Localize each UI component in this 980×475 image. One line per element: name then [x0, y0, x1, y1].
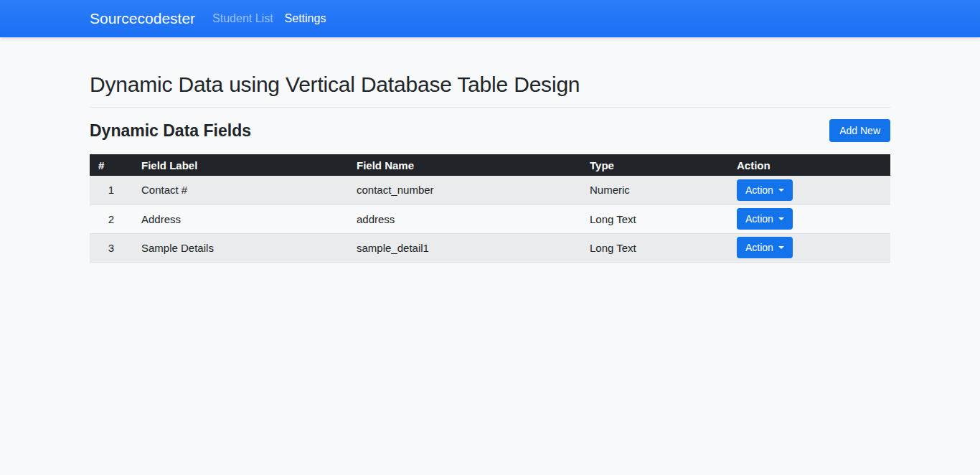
action-dropdown-button[interactable]: Action — [737, 179, 793, 201]
column-header-field-name: Field Name — [348, 154, 581, 176]
cell-field-name: sample_detail1 — [348, 233, 581, 262]
cell-type: Numeric — [581, 176, 728, 204]
cell-action: Action — [728, 176, 890, 204]
cell-field-label: Contact # — [133, 176, 348, 204]
table-row: 1 Contact # contact_number Numeric Actio… — [90, 176, 890, 204]
main-content: Dynamic Data using Vertical Database Tab… — [90, 37, 890, 263]
action-button-label: Action — [745, 242, 773, 253]
caret-down-icon — [778, 246, 784, 249]
cell-field-label: Address — [133, 204, 348, 233]
action-dropdown-button[interactable]: Action — [737, 208, 793, 230]
navbar-brand[interactable]: Sourcecodester — [90, 10, 195, 27]
section-heading: Dynamic Data Fields — [90, 121, 251, 141]
cell-type: Long Text — [581, 204, 728, 233]
column-header-field-label: Field Label — [133, 154, 348, 176]
nav-link-settings[interactable]: Settings — [279, 9, 332, 28]
cell-field-name: contact_number — [348, 176, 581, 204]
cell-action: Action — [728, 233, 890, 262]
table-header: # Field Label Field Name Type Action — [90, 154, 890, 176]
add-new-button[interactable]: Add New — [829, 119, 890, 142]
cell-field-label: Sample Details — [133, 233, 348, 262]
cell-type: Long Text — [581, 233, 728, 262]
table-body: 1 Contact # contact_number Numeric Actio… — [90, 176, 890, 262]
table-row: 2 Address address Long Text Action — [90, 204, 890, 233]
nav-link-student-list[interactable]: Student List — [207, 9, 279, 28]
cell-field-name: address — [348, 204, 581, 233]
cell-action: Action — [728, 204, 890, 233]
row-number: 1 — [90, 176, 133, 204]
column-header-type: Type — [581, 154, 728, 176]
caret-down-icon — [778, 189, 784, 192]
row-number: 2 — [90, 204, 133, 233]
row-number: 3 — [90, 233, 133, 262]
caret-down-icon — [778, 217, 784, 220]
action-dropdown-button[interactable]: Action — [737, 237, 793, 258]
column-header-action: Action — [728, 154, 890, 176]
section-header: Dynamic Data Fields Add New — [90, 119, 890, 142]
action-button-label: Action — [745, 213, 773, 225]
divider — [90, 107, 890, 108]
table-row: 3 Sample Details sample_detail1 Long Tex… — [90, 233, 890, 262]
navbar: Sourcecodester Student List Settings — [0, 0, 980, 37]
fields-table: # Field Label Field Name Type Action 1 C… — [90, 154, 890, 263]
navbar-container: Sourcecodester Student List Settings — [90, 9, 890, 28]
action-button-label: Action — [745, 184, 773, 196]
table-header-row: # Field Label Field Name Type Action — [90, 154, 890, 176]
column-header-number: # — [90, 154, 133, 176]
page-title: Dynamic Data using Vertical Database Tab… — [90, 72, 890, 97]
